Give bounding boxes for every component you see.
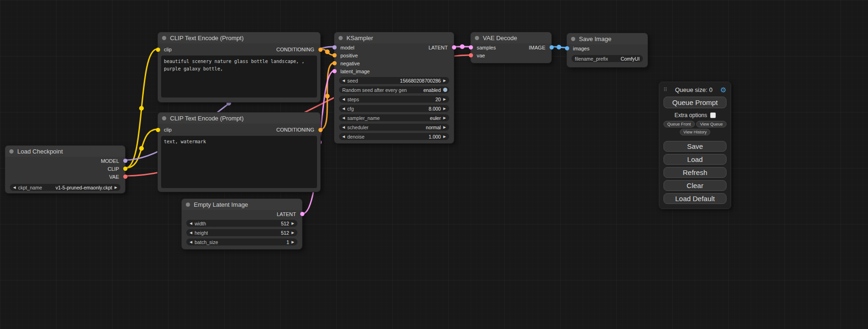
load-button[interactable]: Load xyxy=(663,154,727,165)
input-slot-model[interactable] xyxy=(332,45,337,49)
node-title-bar[interactable]: CLIP Text Encode (Prompt) xyxy=(158,32,320,43)
prompt-text-area[interactable]: beautiful scenery nature glass bottle la… xyxy=(161,56,317,98)
slot-row: clip CONDITIONING xyxy=(158,43,320,56)
decrement-arrow-icon[interactable]: ◀ xyxy=(342,107,345,111)
widget-scheduler[interactable]: ◀ scheduler normal ▶ xyxy=(339,124,449,131)
queue-buttons-row: Queue Front View Queue xyxy=(663,121,727,127)
input-slot-clip[interactable] xyxy=(156,128,160,132)
output-slot-latent[interactable] xyxy=(300,212,304,216)
output-slot-model[interactable] xyxy=(123,159,127,163)
node-vae-decode[interactable]: VAE Decode samples IMAGE vae xyxy=(470,32,552,63)
extra-options-label: Extra options xyxy=(674,112,707,119)
widget-sampler-name[interactable]: ◀ sampler_name euler ▶ xyxy=(339,114,449,121)
drag-handle-icon[interactable]: ⠿ xyxy=(663,87,667,93)
collapse-dot[interactable] xyxy=(162,36,166,40)
node-title-bar[interactable]: Save Image xyxy=(567,33,648,44)
increment-arrow-icon[interactable]: ▶ xyxy=(443,79,446,83)
increment-arrow-icon[interactable]: ▶ xyxy=(291,240,294,244)
input-slot-samples[interactable] xyxy=(469,45,473,49)
input-slot-clip[interactable] xyxy=(156,48,160,52)
node-empty-latent-image[interactable]: Empty Latent Image LATENT ◀ width 512 ▶ … xyxy=(181,198,303,250)
input-label-clip: clip xyxy=(164,127,172,133)
decrement-arrow-icon[interactable]: ◀ xyxy=(342,135,345,139)
input-slot-latent-image[interactable] xyxy=(332,69,337,73)
decrement-arrow-icon[interactable]: ◀ xyxy=(342,79,345,83)
queue-front-button[interactable]: Queue Front xyxy=(663,121,695,127)
input-slot-negative[interactable] xyxy=(332,61,337,65)
decrement-arrow-icon[interactable]: ◀ xyxy=(190,222,192,225)
increment-arrow-icon[interactable]: ▶ xyxy=(443,126,446,129)
widget-batch-size[interactable]: ◀ batch_size 1 ▶ xyxy=(186,238,297,245)
widget-cfg[interactable]: ◀ cfg 8.000 ▶ xyxy=(339,105,449,112)
decrement-arrow-icon[interactable]: ◀ xyxy=(190,240,192,244)
widget-ckpt-name[interactable]: ◀ ckpt_name v1-5-pruned-emaonly.ckpt ▶ xyxy=(10,184,120,191)
increment-arrow-icon[interactable]: ▶ xyxy=(443,135,446,139)
widget-filename-prefix[interactable]: filename_prefix ComfyUI xyxy=(572,55,643,62)
node-save-image[interactable]: Save Image images filename_prefix ComfyU… xyxy=(566,33,648,68)
collapse-dot[interactable] xyxy=(186,203,190,207)
widget-steps[interactable]: ◀ steps 20 ▶ xyxy=(339,96,449,103)
slot-row: MODEL xyxy=(5,157,125,165)
increment-arrow-icon[interactable]: ▶ xyxy=(291,231,294,235)
widget-width[interactable]: ◀ width 512 ▶ xyxy=(186,220,297,227)
decrement-arrow-icon[interactable]: ◀ xyxy=(190,231,192,235)
collapse-dot[interactable] xyxy=(162,116,166,120)
view-history-button[interactable]: View History xyxy=(680,129,711,135)
node-clip-text-encode-negative[interactable]: CLIP Text Encode (Prompt) clip CONDITION… xyxy=(157,112,321,192)
increment-arrow-icon[interactable]: ▶ xyxy=(114,186,117,189)
node-title-bar[interactable]: CLIP Text Encode (Prompt) xyxy=(158,112,320,124)
widget-denoise[interactable]: ◀ denoise 1.000 ▶ xyxy=(339,133,449,140)
queue-prompt-button[interactable]: Queue Prompt xyxy=(663,97,727,108)
collapse-dot[interactable] xyxy=(571,37,575,41)
slot-row: images xyxy=(567,44,648,52)
output-slot-image[interactable] xyxy=(550,45,554,49)
output-slot-conditioning[interactable] xyxy=(318,128,323,132)
refresh-button[interactable]: Refresh xyxy=(663,167,727,178)
widget-seed[interactable]: ◀ seed 156680208700286 ▶ xyxy=(339,77,449,84)
clear-button[interactable]: Clear xyxy=(663,180,727,191)
output-slot-clip[interactable] xyxy=(123,167,127,171)
link-midpoint-dot xyxy=(139,146,144,151)
node-title-bar[interactable]: VAE Decode xyxy=(471,32,551,43)
input-slot-images[interactable] xyxy=(565,46,569,50)
slot-row: latent_image xyxy=(334,67,454,75)
decrement-arrow-icon[interactable]: ◀ xyxy=(342,126,345,129)
toggle-dot[interactable] xyxy=(443,88,447,92)
node-title-bar[interactable]: KSampler xyxy=(334,32,454,43)
widget-value: normal xyxy=(426,125,441,130)
decrement-arrow-icon[interactable]: ◀ xyxy=(342,98,345,101)
settings-gear-icon[interactable]: ⚙ xyxy=(720,86,727,93)
decrement-arrow-icon[interactable]: ◀ xyxy=(342,116,345,120)
load-default-button[interactable]: Load Default xyxy=(663,193,727,204)
increment-arrow-icon[interactable]: ▶ xyxy=(443,116,446,120)
node-title-bar[interactable]: Empty Latent Image xyxy=(182,199,302,210)
input-slot-vae[interactable] xyxy=(469,53,473,57)
input-label-images: images xyxy=(573,46,589,51)
save-button[interactable]: Save xyxy=(663,141,727,152)
output-slot-latent[interactable] xyxy=(452,45,456,49)
increment-arrow-icon[interactable]: ▶ xyxy=(443,107,446,111)
node-clip-text-encode-positive[interactable]: CLIP Text Encode (Prompt) clip CONDITION… xyxy=(157,32,321,103)
prompt-text-area[interactable]: text, watermark xyxy=(161,136,317,188)
extra-options-checkbox[interactable] xyxy=(710,112,716,118)
decrement-arrow-icon[interactable]: ◀ xyxy=(13,186,16,189)
node-ksampler[interactable]: KSampler model LATENT positive negative … xyxy=(334,32,454,144)
widget-value: euler xyxy=(430,115,441,121)
widget-height[interactable]: ◀ height 512 ▶ xyxy=(186,229,297,236)
collapse-dot[interactable] xyxy=(339,36,343,40)
input-label-positive: positive xyxy=(340,53,358,58)
input-slot-positive[interactable] xyxy=(332,53,337,57)
increment-arrow-icon[interactable]: ▶ xyxy=(291,222,294,225)
node-title-bar[interactable]: Load Checkpoint xyxy=(5,146,125,157)
output-slot-conditioning[interactable] xyxy=(318,48,323,52)
input-label-samples: samples xyxy=(477,45,496,50)
node-load-checkpoint[interactable]: Load Checkpoint MODEL CLIP VAE ◀ ckpt_na… xyxy=(5,145,126,194)
widget-random-seed-toggle[interactable]: Random seed after every gen enabled xyxy=(339,86,449,93)
view-queue-button[interactable]: View Queue xyxy=(696,121,727,127)
collapse-dot[interactable] xyxy=(9,149,14,154)
output-slot-vae[interactable] xyxy=(123,175,127,179)
output-label-image: IMAGE xyxy=(529,45,545,50)
collapse-dot[interactable] xyxy=(475,36,479,40)
increment-arrow-icon[interactable]: ▶ xyxy=(443,98,446,101)
comfyui-canvas[interactable]: { "colors": { "model": "#B39DDB", "clip"… xyxy=(0,0,868,329)
